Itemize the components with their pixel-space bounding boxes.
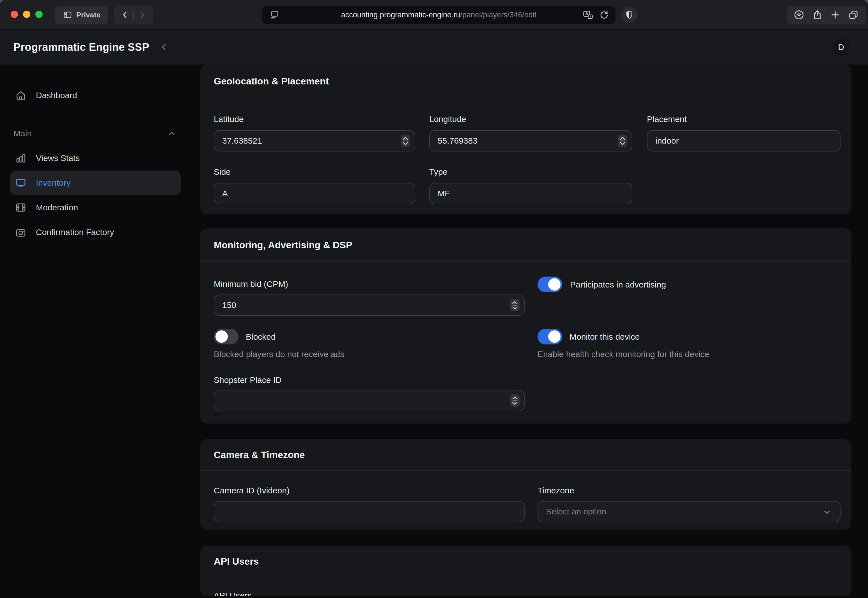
sidebar-item-views-stats[interactable]: Views Stats	[10, 146, 181, 170]
back-button[interactable]	[120, 10, 130, 20]
translate-icon[interactable]: A	[582, 9, 594, 21]
zoom-window-button[interactable]	[35, 10, 43, 18]
section-geolocation-placement: Geolocation & Placement Latitude Longitu…	[200, 64, 851, 214]
longitude-input[interactable]	[429, 130, 632, 151]
sidebar-item-moderation[interactable]: Moderation	[10, 195, 181, 220]
sidebar-item-label: Inventory	[36, 178, 70, 188]
participates-in-advertising-toggle[interactable]	[537, 277, 562, 292]
sidebar-item-confirmation-factory[interactable]: Confirmation Factory	[10, 220, 181, 245]
section-api-users: API Users API Users	[200, 546, 851, 597]
stepper-control[interactable]	[510, 299, 519, 311]
placement-input[interactable]	[647, 130, 841, 151]
type-label: Type	[429, 167, 632, 177]
home-icon	[15, 89, 27, 102]
api-users-field-label: API Users	[214, 591, 525, 597]
latitude-label: Latitude	[214, 114, 415, 124]
sidebar-toggle-icon	[63, 10, 72, 19]
film-icon	[15, 201, 27, 214]
minimize-window-button[interactable]	[23, 10, 30, 18]
blocked-description: Blocked players do not receive ads	[214, 350, 344, 359]
downloads-icon[interactable]	[793, 9, 805, 21]
url-domain: accounting.programmatic-engine.ru	[341, 10, 460, 19]
user-avatar[interactable]: D	[832, 38, 850, 56]
forward-button[interactable]	[137, 10, 147, 20]
desktop: Private accounting.programmatic-engine.r…	[0, 0, 868, 598]
section-title: Monitoring, Advertising & DSP	[214, 239, 352, 250]
bar-chart-icon	[15, 152, 27, 164]
back-chevron-icon[interactable]	[158, 42, 169, 53]
reload-icon[interactable]	[599, 10, 609, 21]
type-input[interactable]	[429, 183, 632, 204]
minimum-bid-input[interactable]	[214, 295, 525, 316]
stepper-control[interactable]	[510, 395, 519, 407]
camera-id-input[interactable]	[214, 501, 525, 522]
section-title: Camera & Timezone	[214, 449, 305, 460]
monitor-description: Enable health check monitoring for this …	[537, 350, 709, 359]
section-monitoring-advertising-dsp: Monitoring, Advertising & DSP Minimum bi…	[200, 228, 851, 423]
placement-label: Placement	[647, 114, 841, 124]
camera-icon	[15, 226, 27, 238]
address-bar[interactable]: accounting.programmatic-engine.ru/panel/…	[262, 6, 615, 24]
new-tab-icon[interactable]	[829, 9, 841, 21]
latitude-input[interactable]	[214, 130, 415, 151]
chevron-down-icon	[823, 508, 832, 517]
url-path: /panel/players/346/edit	[460, 10, 537, 19]
close-window-button[interactable]	[10, 10, 18, 18]
minimum-bid-label: Minimum bid (CPM)	[214, 280, 525, 289]
stepper-control[interactable]	[618, 135, 627, 147]
sidebar-item-label: Views Stats	[36, 153, 80, 163]
privacy-shield-button[interactable]	[621, 7, 638, 23]
side-label: Side	[214, 167, 415, 177]
section-title: API Users	[214, 556, 259, 567]
sidebar-item-inventory[interactable]: Inventory	[10, 170, 181, 195]
main-content: Geolocation & Placement Latitude Longitu…	[191, 64, 868, 598]
toolbar-actions-group	[787, 6, 866, 24]
sidebar-item-label: Moderation	[36, 203, 78, 212]
participates-in-advertising-label: Participates in advertising	[570, 280, 666, 290]
private-browsing-badge[interactable]: Private	[55, 6, 108, 24]
monitor-this-device-toggle[interactable]	[537, 329, 562, 344]
longitude-label: Longitude	[429, 114, 632, 124]
sidebar-item-label: Confirmation Factory	[36, 227, 114, 237]
stepper-control[interactable]	[401, 135, 410, 147]
private-badge-label: Private	[76, 10, 101, 19]
sidebar-section-main[interactable]: Main	[0, 121, 191, 146]
shopster-place-id-label: Shopster Place ID	[214, 375, 525, 385]
page-settings-icon[interactable]	[269, 9, 280, 20]
sidebar-section-label: Main	[13, 129, 32, 138]
app-title: Programmatic Engine SSP	[13, 41, 149, 53]
sidebar: Dashboard Main Views Stats	[0, 64, 191, 598]
share-icon[interactable]	[811, 9, 823, 21]
section-title: Geolocation & Placement	[214, 76, 329, 87]
side-input[interactable]	[214, 183, 415, 204]
monitor-this-device-label: Monitor this device	[570, 332, 640, 342]
camera-id-label: Camera ID (Ivideon)	[214, 486, 525, 495]
timezone-select[interactable]: Select an option	[537, 501, 841, 522]
chevron-up-icon	[167, 129, 176, 138]
shopster-place-id-input[interactable]	[214, 390, 525, 411]
monitor-icon	[15, 177, 27, 189]
timezone-label: Timezone	[537, 486, 841, 495]
url-text: accounting.programmatic-engine.ru/panel/…	[341, 10, 536, 19]
timezone-placeholder: Select an option	[546, 507, 606, 516]
sidebar-item-dashboard[interactable]: Dashboard	[10, 83, 181, 108]
sidebar-item-label: Dashboard	[36, 91, 77, 100]
history-nav-group	[114, 6, 153, 24]
nav-divider	[133, 10, 134, 20]
window-controls	[10, 10, 43, 18]
browser-window: Private accounting.programmatic-engine.r…	[0, 0, 868, 598]
tab-overview-icon[interactable]	[847, 9, 859, 21]
section-camera-timezone: Camera & Timezone Camera ID (Ivideon) Ti…	[200, 439, 851, 530]
app-header: Programmatic Engine SSP D	[0, 30, 868, 64]
blocked-label: Blocked	[246, 332, 276, 342]
svg-text:A: A	[585, 11, 588, 16]
browser-toolbar: Private accounting.programmatic-engine.r…	[0, 0, 868, 30]
blocked-toggle[interactable]	[214, 329, 238, 344]
